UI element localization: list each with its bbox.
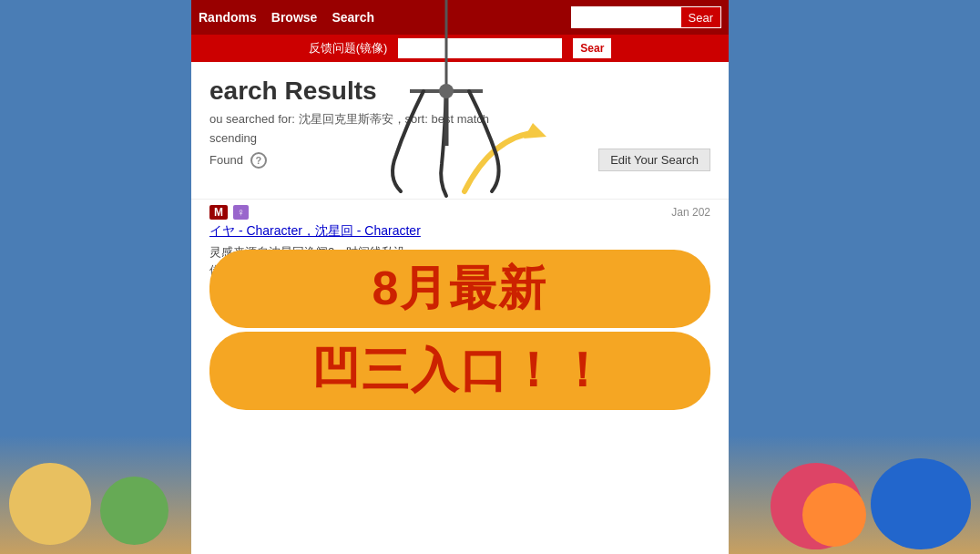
nav-search-button[interactable]: Sear [680,6,721,28]
main-panel: Randoms Browse Search Sear 反馈问题(镜像) Sear… [191,0,729,554]
results-sort: scending [209,131,710,145]
secondary-feedback-text: 反馈问题(镜像) [309,40,388,56]
toy-green-bear [100,477,168,545]
result-stats: Language: 中文-普通话 國語 Words: 5,813 Chapter… [209,282,710,298]
toy-orange-bear [802,483,866,547]
results-section: earch Results ou searched for: 沈星回克里斯蒂安，… [191,62,729,190]
result-meta-row: M ♀ Jan 202 [209,205,710,220]
toy-blue-bear [871,458,971,549]
nav-search-bar: Sear [571,6,721,28]
results-count-row: Found ? Edit Your Search [209,149,710,171]
results-query: ou searched for: 沈星回克里斯蒂安，sort: best mat… [209,111,710,128]
edit-search-button[interactable]: Edit Your Search [598,149,710,171]
results-title: earch Results [209,77,710,106]
badge-gender: ♀ [233,205,249,220]
result-desc-2: 借人小姐×会所新人不得不说的二三事。 [209,262,710,280]
nav-bar: Randoms Browse Search Sear [191,0,729,35]
nav-search[interactable]: Search [332,10,374,25]
results-found-label: Found [209,153,243,167]
help-icon[interactable]: ? [250,152,267,169]
result-date: Jan 202 [671,206,710,219]
nav-browse[interactable]: Browse [271,10,318,25]
badge-m: M [209,205,228,220]
secondary-bar: 反馈问题(镜像) Sear [191,35,729,62]
result-desc-1: 灵感来源自沈星回逸闻2，时间线私设。 [209,243,710,262]
toy-yellow-bear [9,463,91,545]
secondary-search-button[interactable]: Sear [573,38,611,58]
secondary-search-input[interactable] [398,38,562,58]
result-item: M ♀ Jan 202 イヤ - Character，沈星回 - Charact… [191,199,729,303]
nav-search-input[interactable] [571,6,680,28]
result-title-link[interactable]: イヤ - Character，沈星回 - Character [209,223,710,240]
nav-randoms[interactable]: Randoms [199,10,257,25]
